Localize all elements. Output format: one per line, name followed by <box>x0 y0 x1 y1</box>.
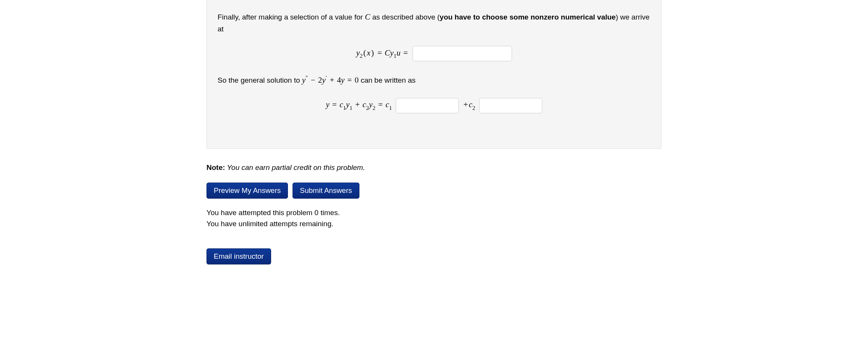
eq2-lhs: y = c1y1 + c2y2 = c1 <box>326 100 392 111</box>
mid-paragraph: So the general solution to y″ − 2y′ + 4y… <box>218 73 650 86</box>
submit-answers-button[interactable]: Submit Answers <box>293 183 359 199</box>
c1-input[interactable] <box>396 98 459 113</box>
note-text: You can earn partial credit on this prob… <box>225 163 365 171</box>
preview-answers-button[interactable]: Preview My Answers <box>206 183 288 199</box>
intro-text-2: as described above ( <box>370 13 440 21</box>
y2-input[interactable] <box>413 46 512 61</box>
below-box: Note: You can earn partial credit on thi… <box>206 160 662 265</box>
intro-text-1: Finally, after making a selection of a v… <box>218 13 365 21</box>
equation-y2: y2(x) = Cy1u = <box>218 46 650 61</box>
email-row: Email instructor <box>206 248 662 264</box>
attempts-line-2: You have unlimited attempts remaining. <box>206 220 333 228</box>
mid-ode: y″ − 2y′ + 4y = 0 <box>302 75 359 85</box>
problem-box: Finally, after making a selection of a v… <box>206 0 662 149</box>
mid-text-1: So the general solution to <box>218 76 302 84</box>
symbol-C: C <box>365 12 370 21</box>
c2-input[interactable] <box>479 98 542 113</box>
mid-text-2: can be written as <box>359 76 416 84</box>
equation-general: y = c1y1 + c2y2 = c1 +c2 <box>218 98 650 113</box>
eq2-mid: +c2 <box>463 100 475 111</box>
intro-paragraph: Finally, after making a selection of a v… <box>218 11 650 34</box>
intro-bold: you have to choose some nonzero numerica… <box>440 13 616 21</box>
attempts-line-1: You have attempted this problem 0 times. <box>206 209 340 217</box>
attempts-info: You have attempted this problem 0 times.… <box>206 207 662 230</box>
eq1-lhs: y2(x) = Cy1u = <box>356 48 408 59</box>
note-label: Note: <box>206 163 225 171</box>
note-line: Note: You can earn partial credit on thi… <box>206 163 662 172</box>
button-row: Preview My Answers Submit Answers <box>206 183 662 199</box>
email-instructor-button[interactable]: Email instructor <box>206 248 271 264</box>
